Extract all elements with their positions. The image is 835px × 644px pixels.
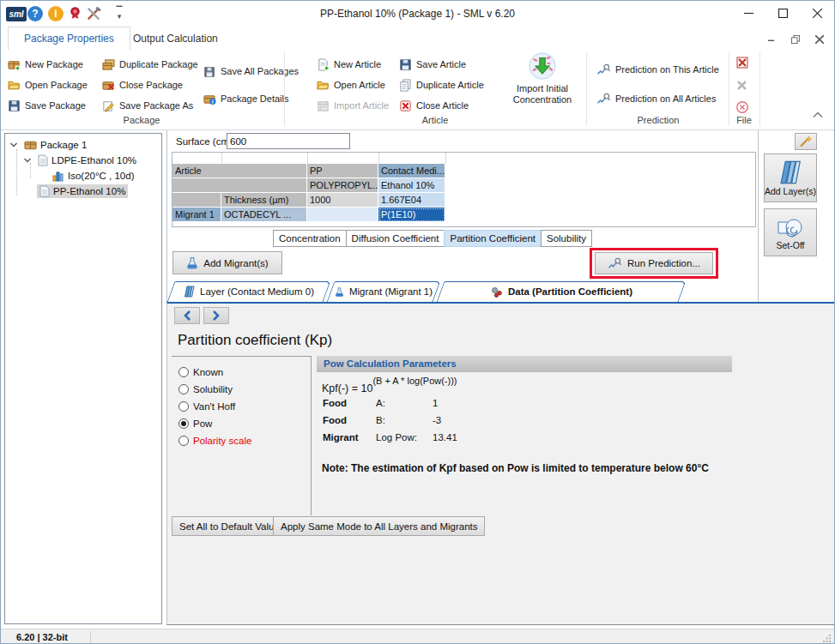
param-row-a: FoodA:1: [323, 398, 438, 408]
minimize-button[interactable]: [731, 1, 765, 26]
article-group-label: Article: [286, 115, 584, 125]
duplicate-package-icon: [102, 58, 115, 71]
cell-contact-thickness-value[interactable]: 1.667E04: [378, 193, 445, 208]
pow-parameters-header: Pow Calculation Parameters: [317, 356, 732, 372]
close-package-button[interactable]: Close Package: [102, 76, 183, 93]
wizard-button[interactable]: [795, 133, 817, 150]
nav-next-button[interactable]: [203, 307, 229, 324]
radio-known[interactable]: Known: [178, 367, 223, 377]
chevron-right-icon: [212, 310, 221, 321]
save-icon: [399, 58, 412, 71]
duplicate-package-button[interactable]: Duplicate Package: [102, 56, 198, 73]
tab-package-properties[interactable]: Package Properties: [8, 27, 130, 50]
radio-polarity-scale[interactable]: Polarity scale: [178, 436, 251, 446]
tab-partition-coefficient[interactable]: Partition Coefficient: [444, 230, 542, 247]
molecule-icon: [490, 286, 503, 298]
subtab-layer[interactable]: Layer (Contact Medium 0): [171, 281, 327, 302]
ribbon: New Package Open Package Save Package Du…: [1, 50, 834, 130]
file-group-label: File: [730, 115, 758, 125]
cell-blank[interactable]: [307, 208, 378, 222]
radio-vant-hoff[interactable]: Van't Hoff: [178, 401, 235, 412]
surface-input[interactable]: [227, 133, 350, 149]
cell-thickness-label[interactable]: Thickness (µm): [221, 193, 307, 208]
expander-down-icon[interactable]: [23, 156, 32, 165]
tree-item-pp-ethanol[interactable]: PP-Ethanol 10%: [37, 184, 128, 199]
tab-output-calculation[interactable]: Output Calculation: [118, 27, 233, 50]
radio-dot: [178, 436, 189, 446]
tree-item-ldpe-ethanol[interactable]: LDPE-Ethanol 10%: [23, 153, 139, 168]
maximize-button[interactable]: [765, 1, 800, 26]
subtab-migrant[interactable]: Migrant (Migrant 1): [330, 281, 437, 302]
cell-article-header[interactable]: Article: [172, 164, 307, 178]
tree-item-package-1[interactable]: Package 1: [9, 137, 89, 153]
close-article-icon: [399, 99, 412, 112]
mdi-minimize-button[interactable]: [762, 32, 781, 46]
tab-solubility[interactable]: Solubility: [541, 230, 592, 247]
close-article-button[interactable]: Close Article: [399, 97, 469, 114]
run-prediction-button[interactable]: Run Prediction...: [595, 252, 713, 274]
param-row-logpow: MigrantLog Pow:13.41: [323, 432, 457, 442]
radio-dot: [178, 418, 189, 429]
cell-blank[interactable]: [172, 193, 221, 208]
cell-partition-value-selected[interactable]: P(1E10): [378, 208, 445, 222]
prediction-this-article-button[interactable]: Prediction on This Article: [596, 61, 719, 78]
open-article-button[interactable]: Open Article: [317, 76, 385, 93]
subtab-data[interactable]: Data (Partition Coefficient): [440, 281, 682, 302]
flask-icon: [186, 256, 198, 269]
prediction-all-articles-button[interactable]: Prediction on All Articles: [596, 90, 716, 107]
cell-blank[interactable]: [172, 178, 307, 193]
cell-material[interactable]: POLYPROPYL...: [307, 178, 378, 193]
radio-pow[interactable]: Pow: [178, 418, 212, 429]
package-icon: [24, 140, 37, 151]
exit-button[interactable]: [735, 99, 749, 116]
add-migrants-button[interactable]: Add Migrant(s): [172, 251, 282, 274]
add-layers-button[interactable]: Add Layer(s): [764, 153, 817, 202]
prediction-icon: [596, 63, 611, 76]
nav-previous-button[interactable]: [174, 307, 200, 324]
open-folder-icon: [317, 79, 330, 92]
divider: [172, 356, 311, 357]
pow-limit-note: Note: The estimation of Kpf based on Pow…: [322, 462, 709, 474]
expander-down-icon[interactable]: [9, 141, 18, 149]
status-separator: [90, 631, 91, 643]
duplicate-article-button[interactable]: Duplicate Article: [399, 76, 484, 93]
resize-grip[interactable]: [823, 635, 832, 643]
layer-migrant-table: Article PP Contact Medi... POLYPROPYL...…: [172, 152, 756, 227]
chevron-left-icon: [183, 310, 191, 321]
package-details-button[interactable]: Package Details: [203, 90, 289, 107]
close-all-files-button: [735, 76, 749, 93]
cell-contact-medium-name[interactable]: Ethanol 10%: [378, 178, 445, 193]
cell-migrant-row-label[interactable]: Migrant 1: [172, 208, 221, 222]
status-bar: 6.20 | 32-bit: [1, 629, 834, 644]
open-package-button[interactable]: Open Package: [8, 76, 88, 93]
close-button[interactable]: [800, 1, 834, 26]
new-package-button[interactable]: New Package: [8, 56, 83, 73]
new-article-button[interactable]: New Article: [317, 56, 381, 73]
set-off-button[interactable]: Set-Off: [764, 208, 817, 256]
title-bar: sml ? i ▔▾ PP-Ethanol 10% (Package 1) - …: [1, 1, 834, 27]
tree-connector: [16, 149, 17, 196]
tree-item-iso-condition[interactable]: Iso(20°C , 10d): [50, 168, 136, 184]
save-as-icon: [102, 99, 115, 112]
grid-line: [307, 153, 308, 164]
save-package-button[interactable]: Save Package: [8, 97, 86, 114]
close-file-button[interactable]: [735, 54, 749, 71]
save-package-as-button[interactable]: Save Package As: [102, 97, 193, 114]
cell-contact-medium-header[interactable]: Contact Medi...: [378, 164, 445, 178]
mdi-restore-button[interactable]: [786, 32, 805, 46]
mdi-close-button[interactable]: [810, 32, 829, 46]
cell-layer-name[interactable]: PP: [307, 164, 378, 178]
radio-solubility[interactable]: Solubility: [178, 384, 233, 394]
import-article-icon: [317, 99, 330, 112]
cell-migrant-name[interactable]: OCTADECYL ...: [221, 208, 307, 222]
prediction-icon: [596, 93, 611, 105]
collapse-ribbon-icon[interactable]: [813, 111, 823, 118]
cell-thickness-value[interactable]: 1000: [307, 193, 378, 208]
apply-same-mode-button[interactable]: Apply Same Mode to All Layers and Migran…: [273, 516, 485, 536]
package-group-label: Package: [1, 115, 282, 125]
application-window: sml ? i ▔▾ PP-Ethanol 10% (Package 1) - …: [0, 0, 835, 644]
tab-diffusion-coefficient[interactable]: Diffusion Coefficient: [346, 230, 445, 247]
save-article-button[interactable]: Save Article: [399, 56, 466, 73]
save-all-icon: [203, 65, 216, 78]
tab-concentration[interactable]: Concentration: [273, 230, 347, 247]
